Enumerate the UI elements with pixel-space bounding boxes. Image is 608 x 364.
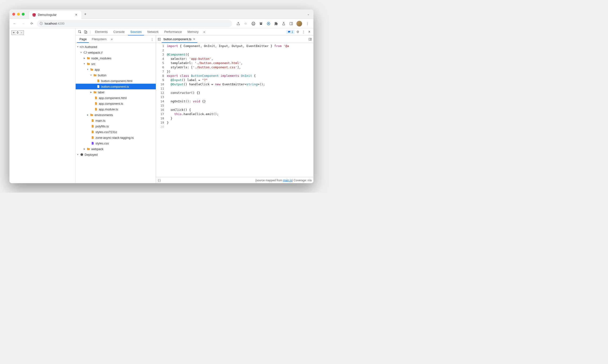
file-icon	[91, 124, 95, 128]
reload-button[interactable]: ⟳	[28, 20, 35, 27]
tree-node-modules[interactable]: ▶node_modules	[76, 55, 156, 61]
decrement-button[interactable]: -	[19, 30, 24, 35]
status-text: (source mapped from main.js) Coverage: n…	[255, 179, 311, 182]
tree-button-html[interactable]: button.component.html	[76, 78, 156, 84]
subtab-page[interactable]: Page	[77, 36, 89, 43]
code-editor[interactable]: 1234567891011121314151617181920 import {…	[156, 43, 313, 177]
file-icon	[96, 85, 100, 88]
tree-label-folder[interactable]: ▶label	[76, 89, 156, 95]
tree-button-ts[interactable]: button.component.ts	[76, 84, 156, 89]
svg-point-3	[252, 22, 255, 25]
new-tab-button[interactable]: +	[84, 12, 86, 16]
folder-icon	[93, 90, 97, 94]
tree-src[interactable]: ▼src	[76, 61, 156, 67]
tree-app-ts[interactable]: app.component.ts	[76, 101, 156, 106]
svg-point-10	[268, 23, 269, 24]
devtools-menu-icon[interactable]: ⋮	[301, 29, 306, 34]
minimize-window-button[interactable]	[17, 13, 20, 16]
source-map-link[interactable]: main.js	[283, 179, 292, 182]
share-icon[interactable]	[236, 21, 241, 26]
tabs-dropdown-button[interactable]: ⌄	[307, 12, 310, 16]
subtab-menu-icon[interactable]: ⋮	[150, 37, 154, 42]
extension-icon-1[interactable]	[251, 21, 256, 26]
close-window-button[interactable]	[12, 13, 15, 16]
tab-sources[interactable]: Sources	[128, 29, 144, 36]
sources-subtabs: Page Filesystem » ⋮	[76, 36, 156, 43]
editor-tab-close[interactable]: ✕	[193, 37, 195, 41]
editor-pane: button.component.ts ✕ 123456789101112131…	[156, 36, 313, 183]
tab-performance[interactable]: Performance	[162, 29, 184, 35]
toolbar-icons: ☆ ⋮	[234, 21, 311, 26]
increment-button[interactable]: +	[12, 30, 16, 35]
file-icon	[96, 79, 100, 83]
devtools-close-icon[interactable]: ✕	[307, 29, 311, 34]
extension-icon-3[interactable]	[266, 21, 271, 26]
editor-statusbar: { } (source mapped from main.js) Coverag…	[156, 177, 313, 183]
tree-styles[interactable]: styles.css	[76, 140, 156, 146]
editor-tab[interactable]: button.component.ts ✕	[162, 36, 197, 43]
folder-icon	[87, 56, 90, 60]
extensions-puzzle-icon[interactable]	[274, 21, 278, 26]
site-info-icon[interactable]: ⓘ	[40, 22, 43, 26]
svg-text:A: A	[33, 14, 35, 16]
page-viewport: + 0 -	[10, 28, 76, 183]
toggle-navigator-icon[interactable]	[157, 37, 162, 42]
file-icon	[94, 96, 98, 100]
tree-button-folder[interactable]: ▼button	[76, 72, 156, 78]
svg-point-5	[254, 23, 254, 23]
maximize-window-button[interactable]	[22, 13, 25, 16]
tree-app-module[interactable]: app.module.ts	[76, 106, 156, 112]
tree-app-html[interactable]: app.component.html	[76, 95, 156, 101]
folder-icon	[90, 68, 94, 71]
browser-menu-icon[interactable]: ⋮	[305, 21, 310, 26]
line-gutter: 1234567891011121314151617181920	[156, 43, 166, 177]
back-button[interactable]: ←	[11, 20, 18, 27]
file-tree: ▼</>Authored ▼webpack:// ▶node_modules ▼…	[76, 43, 156, 183]
labs-flask-icon[interactable]	[281, 21, 286, 26]
issues-badge[interactable]: 1	[286, 30, 295, 34]
tab-elements[interactable]: Elements	[92, 29, 110, 35]
toggle-debugger-icon[interactable]	[308, 37, 312, 42]
folder-icon	[87, 147, 90, 151]
side-panel-icon[interactable]	[289, 21, 294, 26]
settings-gear-icon[interactable]: ⚙	[296, 29, 300, 34]
device-toggle-icon[interactable]	[83, 29, 88, 34]
angular-icon: A	[32, 13, 36, 17]
url-input[interactable]: ⓘ localhost:4200	[37, 20, 232, 27]
tree-authored[interactable]: ▼</>Authored	[76, 44, 156, 50]
more-tabs-icon[interactable]: »	[202, 29, 207, 34]
tree-styles-q[interactable]: styles.css?231c	[76, 129, 156, 135]
svg-point-4	[253, 23, 253, 23]
inspect-element-icon[interactable]	[78, 29, 82, 34]
tree-main-ts[interactable]: main.ts	[76, 118, 156, 123]
titlebar: A DemoAngular ✕ + ⌄	[10, 10, 313, 19]
tree-webpack-folder[interactable]: ▶webpack	[76, 146, 156, 152]
subtab-filesystem[interactable]: Filesystem	[89, 36, 109, 42]
forward-button[interactable]: →	[20, 20, 26, 27]
tab-network[interactable]: Network	[145, 29, 161, 35]
tree-webpack-domain[interactable]: ▼webpack://	[76, 50, 156, 55]
tree-zone[interactable]: zone-async-stack-tagging.ts	[76, 135, 156, 140]
tree-environments[interactable]: ▶environments	[76, 112, 156, 118]
tree-app[interactable]: ▼app	[76, 67, 156, 72]
browser-tab[interactable]: A DemoAngular ✕	[29, 11, 81, 19]
sources-navigator: Page Filesystem » ⋮ ▼</>Authored ▼webpac…	[76, 36, 156, 183]
svg-rect-11	[290, 22, 293, 25]
more-subtabs-icon[interactable]: »	[109, 37, 114, 42]
folder-icon	[93, 73, 97, 77]
pretty-print-icon[interactable]: { }	[158, 179, 160, 182]
bookmark-star-icon[interactable]: ☆	[244, 21, 248, 26]
svg-point-7	[261, 22, 262, 23]
tab-memory[interactable]: Memory	[185, 29, 201, 35]
counter-value: 0	[16, 31, 19, 34]
file-icon	[94, 107, 98, 111]
tree-polyfills[interactable]: polyfills.ts	[76, 123, 156, 129]
tree-deployed[interactable]: ▼Deployed	[76, 152, 156, 157]
svg-point-6	[260, 22, 261, 23]
folder-icon	[87, 62, 90, 66]
tab-console[interactable]: Console	[111, 29, 127, 35]
extension-icon-2[interactable]	[259, 21, 263, 26]
profile-avatar[interactable]	[297, 21, 302, 26]
tab-close-button[interactable]: ✕	[74, 13, 78, 16]
addressbar: ← → ⟳ ⓘ localhost:4200 ☆ ⋮	[10, 19, 313, 28]
